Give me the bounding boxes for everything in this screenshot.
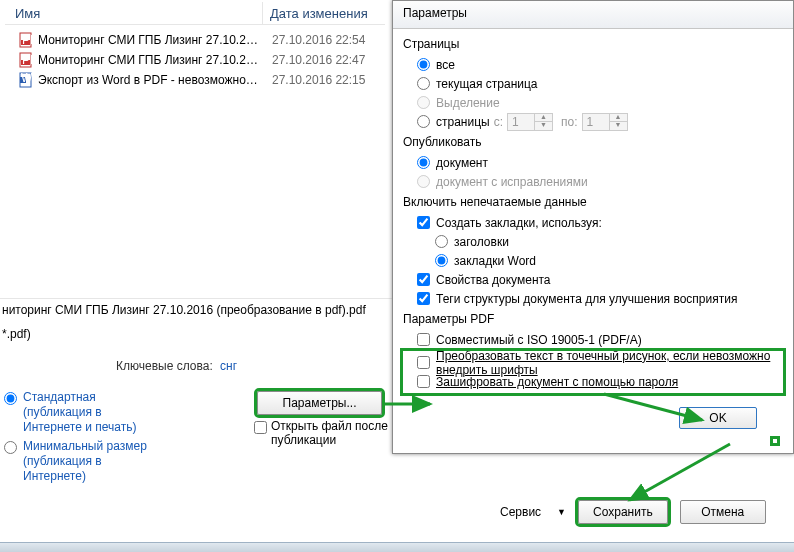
spin-buttons[interactable]: ▲▼ [530, 114, 552, 130]
bookmarks-word[interactable]: закладки Word [435, 251, 783, 270]
options-dialog: Параметры Страницы все текущая страница … [392, 0, 794, 454]
publish-markup: документ с исправлениями [417, 172, 783, 191]
optimize-label: Стандартная (публикация в Интернете и пе… [23, 390, 154, 435]
column-date[interactable]: Дата изменения [270, 6, 368, 21]
ok-button[interactable]: OK [679, 407, 757, 429]
from-spinner[interactable]: 1▲▼ [507, 113, 553, 131]
checkbox[interactable] [417, 375, 430, 388]
radio [417, 96, 430, 109]
checkbox[interactable] [417, 356, 430, 369]
save-button[interactable]: Сохранить [578, 500, 668, 524]
svg-text:PDF: PDF [22, 33, 34, 47]
tools-menu[interactable]: Сервис [500, 505, 541, 519]
label: текущая страница [436, 77, 538, 91]
taskbar [0, 542, 794, 552]
spin-buttons[interactable]: ▲▼ [605, 114, 627, 130]
file-row[interactable]: PDF Мониторинг СМИ ГПБ Лизинг 27.10.20..… [0, 30, 392, 50]
keywords-row: Ключевые слова: снг [116, 359, 237, 373]
pages-selection: Выделение [417, 93, 783, 112]
optimize-minimum[interactable]: Минимальный размер (публикация в Интерне… [4, 439, 154, 484]
checkbox[interactable] [417, 292, 430, 305]
label: документ [436, 156, 488, 170]
from-label: с: [494, 115, 503, 129]
checkbox[interactable] [417, 273, 430, 286]
doc-tags[interactable]: Теги структуры документа для улучшения в… [417, 289, 783, 308]
checkbox[interactable] [417, 216, 430, 229]
pdf-bitmap[interactable]: Преобразовать текст в точечный рисунок, … [417, 353, 783, 372]
radio[interactable] [435, 235, 448, 248]
pages-current[interactable]: текущая страница [417, 74, 783, 93]
divider [5, 24, 385, 25]
label: документ с исправлениями [436, 175, 588, 189]
file-date: 27.10.2016 22:47 [272, 53, 365, 67]
label: страницы [436, 115, 490, 129]
publish-document[interactable]: документ [417, 153, 783, 172]
open-after-checkbox[interactable]: Открыть файл после публикации [254, 419, 394, 447]
pdf-icon: PDF [18, 52, 34, 68]
radio[interactable] [435, 254, 448, 267]
options-button[interactable]: Параметры... [257, 391, 382, 415]
doc-properties[interactable]: Свойства документа [417, 270, 783, 289]
radio[interactable] [4, 392, 17, 405]
label: заголовки [454, 235, 509, 249]
svg-text:W: W [21, 72, 33, 85]
file-list: PDF Мониторинг СМИ ГПБ Лизинг 27.10.20..… [0, 30, 392, 90]
pdf-icon: PDF [18, 32, 34, 48]
dialog-title: Параметры [393, 1, 793, 29]
file-date: 27.10.2016 22:54 [272, 33, 365, 47]
optimize-standard[interactable]: Стандартная (публикация в Интернете и пе… [4, 390, 154, 435]
cancel-button[interactable]: Отмена [680, 500, 766, 524]
pages-range[interactable]: страницы с: 1▲▼ по: 1▲▼ [417, 112, 783, 131]
label: Совместимый с ISO 19005-1 (PDF/A) [436, 333, 642, 347]
optimize-group: Стандартная (публикация в Интернете и пе… [4, 390, 154, 488]
open-after-label: Открыть файл после публикации [271, 419, 394, 447]
radio[interactable] [417, 115, 430, 128]
file-name-field[interactable]: ниторинг СМИ ГПБ Лизинг 27.10.2016 (прео… [0, 298, 392, 320]
radio [417, 175, 430, 188]
label: Теги структуры документа для улучшения в… [436, 292, 737, 306]
group-pages: Страницы [403, 37, 783, 51]
file-name: Экспорт из Word в PDF - невозможност... [38, 73, 258, 87]
pages-all[interactable]: все [417, 55, 783, 74]
file-name: Мониторинг СМИ ГПБ Лизинг 27.10.20... [38, 33, 258, 47]
highlighted-pdf-options: Преобразовать текст в точечный рисунок, … [403, 351, 783, 393]
file-name: Мониторинг СМИ ГПБ Лизинг 27.10.20... [38, 53, 258, 67]
file-date: 27.10.2016 22:15 [272, 73, 365, 87]
create-bookmarks[interactable]: Создать закладки, используя: [417, 213, 783, 232]
value: 1 [583, 115, 605, 129]
checkbox[interactable] [254, 421, 267, 434]
dialog-buttons: Сервис ▼ Сохранить Отмена [500, 500, 766, 524]
word-icon: W [18, 72, 34, 88]
dialog-body: Страницы все текущая страница Выделение … [393, 29, 793, 453]
file-type-field[interactable]: *.pdf) [0, 325, 392, 347]
keywords-label: Ключевые слова: [116, 359, 213, 373]
label: Свойства документа [436, 273, 551, 287]
value: 1 [508, 115, 530, 129]
pdf-iso[interactable]: Совместимый с ISO 19005-1 (PDF/A) [417, 330, 783, 349]
column-name[interactable]: Имя [15, 6, 40, 21]
label: Преобразовать текст в точечный рисунок, … [436, 349, 783, 377]
radio[interactable] [417, 77, 430, 90]
label: Создать закладки, используя: [436, 216, 602, 230]
file-row[interactable]: PDF Мониторинг СМИ ГПБ Лизинг 27.10.20..… [0, 50, 392, 70]
label: Зашифровать документ с помощью пароля [436, 375, 678, 389]
checkbox[interactable] [417, 333, 430, 346]
column-divider [262, 2, 263, 24]
radio[interactable] [4, 441, 17, 454]
bookmarks-headings[interactable]: заголовки [435, 232, 783, 251]
ok-highlight: OK [773, 439, 777, 443]
to-spinner[interactable]: 1▲▼ [582, 113, 628, 131]
keywords-value[interactable]: снг [220, 359, 237, 373]
group-pdf-params: Параметры PDF [403, 312, 783, 326]
to-label: по: [561, 115, 578, 129]
label: все [436, 58, 455, 72]
radio[interactable] [417, 156, 430, 169]
label: закладки Word [454, 254, 536, 268]
group-publish: Опубликовать [403, 135, 783, 149]
file-list-header: Имя Дата изменения [0, 0, 392, 26]
group-nonprint: Включить непечатаемые данные [403, 195, 783, 209]
svg-text:PDF: PDF [22, 53, 34, 67]
radio[interactable] [417, 58, 430, 71]
file-row[interactable]: W Экспорт из Word в PDF - невозможност..… [0, 70, 392, 90]
dropdown-arrow-icon[interactable]: ▼ [557, 507, 566, 517]
